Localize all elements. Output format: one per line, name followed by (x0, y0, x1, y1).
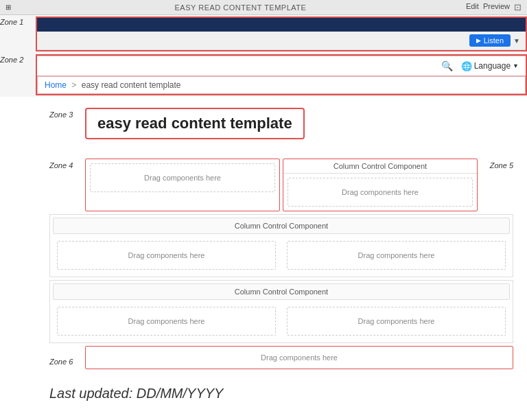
last-updated: Last updated: DD/MM/YYYY (49, 386, 513, 401)
col-left-2: Drag components here (53, 237, 280, 274)
search-icon[interactable]: 🔍 (441, 60, 453, 71)
two-col-layout: Drag components here Column Control Comp… (85, 159, 478, 211)
col-control-comp-2: Column Control Component (53, 218, 510, 234)
zone3-content: easy read content template (85, 108, 527, 150)
browser-title: EASY READ CONTENT TEMPLATE (15, 3, 466, 12)
zone1-label: Zone 1 (0, 15, 36, 26)
chevron-down-icon: ▼ (513, 62, 519, 69)
col-right-2: Drag components here (283, 237, 510, 274)
language-button[interactable]: 🌐 Language ▼ (461, 61, 519, 71)
main-content: Zone 3 easy read content template Zone 4… (36, 97, 527, 420)
col-left-3: Drag components here (53, 303, 280, 340)
two-col-layout-3: Drag components here Drag components her… (53, 303, 510, 340)
zone6-drag-area[interactable]: Drag components here (85, 346, 513, 369)
component-row-3: Column Control Component Drag components… (49, 280, 513, 343)
listen-button[interactable]: ▶ Listen (469, 34, 511, 47)
search-language-bar: 🔍 🌐 Language ▼ (37, 56, 526, 76)
col-left-zone4: Drag components here (85, 159, 280, 211)
close-icon[interactable]: ⊡ (514, 2, 522, 12)
listen-bar: ▶ Listen ▼ (37, 32, 526, 50)
drag-area-3b[interactable]: Drag components here (287, 307, 506, 336)
breadcrumb-home[interactable]: Home (45, 80, 67, 90)
main-content-area: Zone 3 easy read content template Zone 4… (0, 97, 527, 420)
browser-actions: Edit Preview ⊡ (466, 2, 522, 12)
preview-link[interactable]: Preview (483, 2, 510, 12)
drag-area-3a[interactable]: Drag components here (57, 307, 276, 336)
component-row-2: Column Control Component Drag components… (49, 214, 513, 277)
zone2-section: Zone 2 🔍 🌐 Language ▼ Home > easy read c… (0, 53, 527, 97)
play-icon: ▶ (476, 37, 481, 44)
browser-bar: ⊞ EASY READ CONTENT TEMPLATE Edit Previe… (0, 0, 527, 15)
language-label: Language (474, 61, 511, 71)
col-right-zone5: Column Control Component Drag components… (283, 159, 478, 211)
drag-area-zone4[interactable]: Drag components here (90, 163, 275, 192)
zone3-section: Zone 3 easy read content template (49, 108, 527, 150)
drag-area-2b[interactable]: Drag components here (287, 241, 506, 270)
two-col-layout-2: Drag components here Drag components her… (53, 237, 510, 274)
col-control-label-1: Column Control Component (283, 159, 477, 174)
zone4-label: Zone 4 (49, 159, 85, 170)
breadcrumb-separator: > (71, 80, 76, 90)
zone45-row: Zone 4 Drag components here Column Contr… (49, 159, 513, 211)
edit-link[interactable]: Edit (466, 2, 479, 12)
zone1-section: Zone 1 ▶ Listen ▼ (0, 15, 527, 53)
breadcrumb-current: easy read content template (82, 80, 181, 90)
header-dark-bar (37, 18, 526, 32)
zone45-content: Drag components here Column Control Comp… (85, 159, 478, 211)
breadcrumb: Home > easy read content template (37, 76, 526, 94)
page-title: easy read content template (85, 108, 305, 139)
zone2-label: Zone 2 (0, 53, 36, 64)
zone6-label: Zone 6 (49, 355, 85, 366)
zone5-label: Zone 5 (478, 159, 513, 170)
col-control-comp-3: Column Control Component (53, 283, 510, 300)
browser-tab-icon: ⊞ (5, 3, 11, 11)
zone2-content: 🔍 🌐 Language ▼ Home > easy read content … (36, 54, 527, 95)
listen-label: Listen (484, 36, 504, 45)
drag-area-2a[interactable]: Drag components here (57, 241, 276, 270)
zone3-label: Zone 3 (49, 108, 85, 119)
listen-expand-icon[interactable]: ▼ (513, 37, 520, 45)
globe-icon: 🌐 (461, 61, 472, 71)
col-right-3: Drag components here (283, 303, 510, 340)
drag-area-zone5[interactable]: Drag components here (288, 178, 473, 207)
zone1-content: ▶ Listen ▼ (36, 16, 527, 51)
zone6-row: Zone 6 Drag components here (49, 346, 513, 375)
